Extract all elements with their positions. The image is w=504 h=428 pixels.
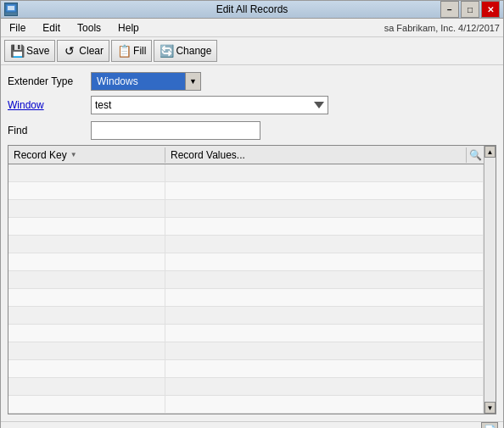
- table-cell-key: [8, 253, 165, 270]
- table-cell-values: [165, 360, 484, 377]
- table-row[interactable]: [8, 271, 484, 289]
- title-bar: Edit All Records − □ ✕: [1, 1, 503, 19]
- vertical-scrollbar[interactable]: ▲ ▼: [484, 146, 496, 414]
- menu-tools[interactable]: Tools: [72, 20, 106, 36]
- table-cell-key: [8, 360, 165, 377]
- table-cell-key: [8, 378, 165, 395]
- col-key-header: Record Key ▼: [8, 147, 165, 163]
- change-icon: 🔄: [160, 44, 173, 58]
- table-row[interactable]: [8, 236, 484, 253]
- clear-button[interactable]: ↺ Clear: [57, 40, 109, 62]
- col-values-header: Record Values...: [165, 147, 467, 163]
- table-cell-values: [165, 342, 484, 359]
- scroll-down-button[interactable]: ▼: [484, 402, 496, 414]
- table-row[interactable]: [8, 342, 484, 360]
- save-label: Save: [26, 45, 49, 57]
- table-row[interactable]: [8, 396, 484, 414]
- extender-type-label: Extender Type: [8, 75, 84, 87]
- menu-help[interactable]: Help: [113, 20, 144, 36]
- window-row: Window test: [8, 96, 496, 114]
- col-key-label: Record Key: [14, 149, 67, 161]
- table-row[interactable]: [8, 218, 484, 236]
- table-cell-key: [8, 236, 165, 253]
- scroll-up-button[interactable]: ▲: [484, 146, 496, 158]
- col-values-label: Record Values...: [171, 149, 245, 161]
- menu-file[interactable]: File: [4, 20, 31, 36]
- user-info: sa Fabrikam, Inc. 4/12/2017: [384, 23, 500, 33]
- fill-icon: 📋: [117, 44, 131, 58]
- menu-bar-left: File Edit Tools Help: [4, 20, 144, 36]
- extender-type-dropdown-arrow[interactable]: ▼: [185, 73, 200, 90]
- extender-type-row: Extender Type Windows ▼: [8, 72, 496, 91]
- table-cell-values: [165, 378, 484, 395]
- table-cell-values: [165, 289, 484, 306]
- main-window: Edit All Records − □ ✕ File Edit Tools H…: [0, 0, 504, 428]
- table-cell-values: [165, 218, 484, 235]
- table-row[interactable]: [8, 289, 484, 307]
- table-cell-key: [8, 218, 165, 235]
- table-cell-key: [8, 182, 165, 199]
- find-label: Find: [8, 125, 84, 136]
- save-icon: 💾: [10, 44, 24, 58]
- maximize-button[interactable]: □: [461, 1, 479, 18]
- extender-type-value: Windows: [92, 73, 185, 90]
- clear-icon: ↺: [63, 44, 76, 58]
- clear-label: Clear: [79, 45, 104, 57]
- table-cell-values: [165, 396, 484, 413]
- table-cell-values: [165, 325, 484, 342]
- table-cell-values: [165, 271, 484, 288]
- status-bar: 📄: [1, 421, 503, 428]
- table-cell-key: [8, 289, 165, 306]
- table-row[interactable]: [8, 378, 484, 396]
- table-cell-key: [8, 164, 165, 181]
- close-button[interactable]: ✕: [481, 1, 500, 18]
- status-icon[interactable]: 📄: [481, 422, 498, 428]
- table-row[interactable]: [8, 307, 484, 325]
- table-cell-key: [8, 200, 165, 217]
- table-row[interactable]: [8, 200, 484, 218]
- menu-edit[interactable]: Edit: [37, 20, 65, 36]
- table-body: [8, 164, 484, 414]
- change-button[interactable]: 🔄 Change: [154, 40, 217, 62]
- window-label-link[interactable]: Window: [8, 99, 84, 111]
- fill-label: Fill: [133, 45, 146, 57]
- table-cell-values: [165, 164, 484, 181]
- scrollbar-track[interactable]: [484, 158, 496, 402]
- change-label: Change: [176, 45, 211, 57]
- table-cell-values: [165, 307, 484, 324]
- content-area: Extender Type Windows ▼ Window test Find…: [1, 65, 503, 421]
- table-cell-values: [165, 253, 484, 270]
- table-cell-key: [8, 396, 165, 413]
- window-title: Edit All Records: [216, 3, 288, 15]
- title-bar-left: [4, 3, 18, 16]
- toolbar: 💾 Save ↺ Clear 📋 Fill 🔄 Change: [1, 37, 503, 65]
- sort-arrow-icon: ▼: [70, 151, 77, 158]
- table-row[interactable]: [8, 253, 484, 271]
- col-search-header: 🔍: [467, 147, 484, 163]
- extender-type-combo[interactable]: Windows ▼: [91, 72, 201, 91]
- table-row[interactable]: [8, 360, 484, 378]
- table-main: Record Key ▼ Record Values... 🔍: [8, 146, 484, 414]
- table-cell-values: [165, 200, 484, 217]
- fill-button[interactable]: 📋 Fill: [111, 40, 152, 62]
- table-header: Record Key ▼ Record Values... 🔍: [8, 146, 484, 164]
- window-select[interactable]: test: [91, 96, 328, 114]
- table-row[interactable]: [8, 325, 484, 342]
- table-cell-values: [165, 236, 484, 253]
- table-cell-key: [8, 342, 165, 359]
- window-controls: − □ ✕: [440, 1, 500, 18]
- table-cell-key: [8, 271, 165, 288]
- app-icon: [4, 3, 18, 16]
- table-row[interactable]: [8, 164, 484, 182]
- find-row: Find: [8, 121, 496, 140]
- table-wrapper: Record Key ▼ Record Values... 🔍: [8, 145, 496, 414]
- svg-rect-1: [8, 6, 14, 10]
- menu-bar: File Edit Tools Help sa Fabrikam, Inc. 4…: [1, 19, 503, 37]
- table-row[interactable]: [8, 182, 484, 200]
- minimize-button[interactable]: −: [440, 1, 459, 18]
- table-cell-key: [8, 325, 165, 342]
- find-input[interactable]: [91, 121, 260, 140]
- table-cell-key: [8, 307, 165, 324]
- save-button[interactable]: 💾 Save: [4, 40, 55, 62]
- table-cell-values: [165, 182, 484, 199]
